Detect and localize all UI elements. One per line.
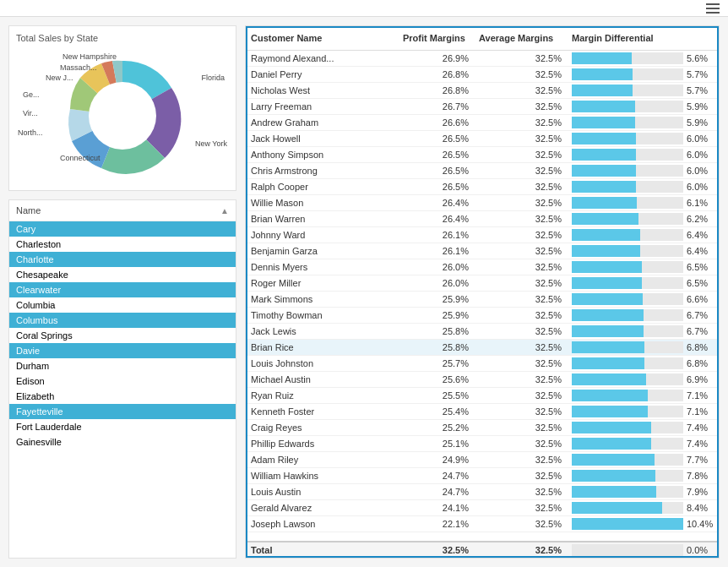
td-profit: 26.4%	[398, 211, 474, 226]
table-row[interactable]: Brian Rice 25.8% 32.5% 6.8%	[246, 340, 719, 356]
table-row[interactable]: Jack Lewis 25.8% 32.5% 6.7%	[246, 324, 719, 340]
bar-fill	[572, 357, 644, 369]
bar-label: 6.4%	[687, 246, 714, 256]
td-profit: 25.9%	[398, 292, 474, 307]
list-item[interactable]: Chesapeake	[9, 267, 236, 282]
td-name: Ryan Ruiz	[246, 388, 398, 403]
td-diff: 6.9%	[567, 372, 719, 387]
list-item[interactable]: Elizabeth	[9, 389, 236, 404]
bar-bg	[572, 502, 683, 514]
bar-label: 6.6%	[687, 294, 714, 304]
list-item[interactable]: Columbia	[9, 297, 236, 313]
td-profit: 25.9%	[398, 308, 474, 323]
td-diff: 7.7%	[567, 452, 719, 467]
table-row[interactable]: Mark Simmons 25.9% 32.5% 6.6%	[246, 292, 719, 308]
bar-fill	[572, 181, 636, 193]
list-item[interactable]: Durham	[9, 358, 236, 373]
table-row[interactable]: Ralph Cooper 26.5% 32.5% 6.0%	[246, 179, 719, 195]
table-row[interactable]: Ryan Ruiz 25.5% 32.5% 7.1%	[246, 388, 719, 404]
table-row[interactable]: Louis Austin 24.7% 32.5% 7.9%	[246, 484, 719, 500]
bar-fill	[572, 149, 636, 161]
td-avg: 32.5%	[474, 436, 567, 451]
list-item[interactable]: Fayetteville	[9, 404, 236, 419]
td-diff: 5.9%	[567, 115, 719, 130]
table-row[interactable]: Phillip Edwards 25.1% 32.5% 7.4%	[246, 436, 719, 452]
table-row[interactable]: Brian Warren 26.4% 32.5% 6.2%	[246, 211, 719, 227]
table-row[interactable]: Anthony Simpson 26.5% 32.5% 6.0%	[246, 147, 719, 163]
bar-label: 6.1%	[687, 198, 714, 208]
table-row[interactable]: Joseph Lawson 22.1% 32.5% 10.4%	[246, 516, 719, 532]
list-item[interactable]: Columbus	[9, 313, 236, 328]
list-body[interactable]: CaryCharlestonCharlotteChesapeakeClearwa…	[9, 221, 236, 558]
table-row[interactable]: Nicholas West 26.8% 32.5% 5.7%	[246, 83, 719, 99]
td-diff: 5.7%	[567, 83, 719, 98]
bar-fill	[572, 197, 637, 209]
th-profit: Profit Margins	[398, 30, 474, 46]
bar-bg	[572, 373, 683, 385]
td-avg: 32.5%	[474, 163, 567, 178]
table-row[interactable]: Raymond Alexand... 26.9% 32.5% 5.6%	[246, 51, 719, 67]
list-item[interactable]: Fort Lauderdale	[9, 419, 236, 434]
table-row[interactable]: Chris Armstrong 26.5% 32.5% 6.0%	[246, 163, 719, 179]
bar-fill	[572, 293, 643, 305]
list-item[interactable]: Edison	[9, 373, 236, 389]
table-row[interactable]: Benjamin Garza 26.1% 32.5% 6.4%	[246, 243, 719, 259]
table-row[interactable]: Dennis Myers 26.0% 32.5% 6.5%	[246, 259, 719, 275]
table-row[interactable]: Daniel Perry 26.8% 32.5% 5.7%	[246, 67, 719, 83]
td-name: Ralph Cooper	[246, 179, 398, 194]
td-name: Roger Miller	[246, 275, 398, 291]
td-name: Timothy Bowman	[246, 308, 398, 323]
td-profit: 22.1%	[398, 516, 474, 532]
list-item[interactable]: Clearwater	[9, 282, 236, 297]
list-item[interactable]: Coral Springs	[9, 328, 236, 343]
bar-label: 6.5%	[687, 262, 714, 272]
total-name: Total	[246, 542, 398, 558]
td-profit: 25.7%	[398, 356, 474, 371]
table-row[interactable]: Adam Riley 24.9% 32.5% 7.7%	[246, 452, 719, 468]
table-row[interactable]: Willie Mason 26.4% 32.5% 6.1%	[246, 195, 719, 211]
td-diff: 6.7%	[567, 324, 719, 339]
list-item[interactable]: Charlotte	[9, 252, 236, 267]
bar-bg	[572, 213, 683, 225]
table-row[interactable]: Timothy Bowman 25.9% 32.5% 6.7%	[246, 308, 719, 324]
table-row[interactable]: Andrew Graham 26.6% 32.5% 5.9%	[246, 115, 719, 131]
td-avg: 32.5%	[474, 99, 567, 114]
right-panel: Customer Name Profit Margins Average Mar…	[245, 25, 720, 559]
table-row[interactable]: Gerald Alvarez 24.1% 32.5% 8.4%	[246, 500, 719, 516]
list-item[interactable]: Cary	[9, 221, 236, 237]
bar-label: 6.8%	[687, 358, 714, 368]
table-row[interactable]: Larry Freeman 26.7% 32.5% 5.9%	[246, 99, 719, 115]
bar-fill	[572, 213, 638, 225]
td-avg: 32.5%	[474, 292, 567, 307]
table-row[interactable]: Michael Austin 25.6% 32.5% 6.9%	[246, 372, 719, 388]
donut-chart	[55, 48, 190, 183]
list-header: Name ▲	[9, 200, 236, 221]
td-name: Phillip Edwards	[246, 436, 398, 451]
list-item[interactable]: Davie	[9, 343, 236, 358]
td-profit: 26.4%	[398, 195, 474, 210]
table-row[interactable]: Johnny Ward 26.1% 32.5% 6.4%	[246, 227, 719, 243]
bar-bg	[572, 101, 683, 112]
table-row[interactable]: Kenneth Foster 25.4% 32.5% 7.1%	[246, 404, 719, 420]
td-name: Craig Reyes	[246, 420, 398, 435]
td-profit: 25.1%	[398, 436, 474, 451]
total-diff-cell: 0.0%	[567, 542, 719, 558]
td-name: Kenneth Foster	[246, 404, 398, 419]
table-body[interactable]: Raymond Alexand... 26.9% 32.5% 5.6% Dani…	[246, 51, 719, 541]
list-item[interactable]: Gainesville	[9, 434, 236, 450]
list-item[interactable]: Charleston	[9, 237, 236, 252]
table-row[interactable]: Jack Howell 26.5% 32.5% 6.0%	[246, 131, 719, 147]
bar-label: 7.7%	[687, 455, 714, 465]
hamburger-menu[interactable]	[706, 3, 720, 14]
td-diff: 6.1%	[567, 195, 719, 210]
bar-fill	[572, 68, 633, 80]
table-row[interactable]: Craig Reyes 25.2% 32.5% 7.4%	[246, 420, 719, 436]
table-row[interactable]: Roger Miller 26.0% 32.5% 6.5%	[246, 275, 719, 292]
td-profit: 25.8%	[398, 324, 474, 339]
td-name: Andrew Graham	[246, 115, 398, 130]
table-row[interactable]: Louis Johnston 25.7% 32.5% 6.8%	[246, 356, 719, 372]
td-avg: 32.5%	[474, 83, 567, 98]
bar-fill	[572, 101, 635, 112]
list-section: Name ▲ CaryCharlestonCharlotteChesapeake…	[8, 199, 236, 559]
table-row[interactable]: William Hawkins 24.7% 32.5% 7.8%	[246, 468, 719, 484]
